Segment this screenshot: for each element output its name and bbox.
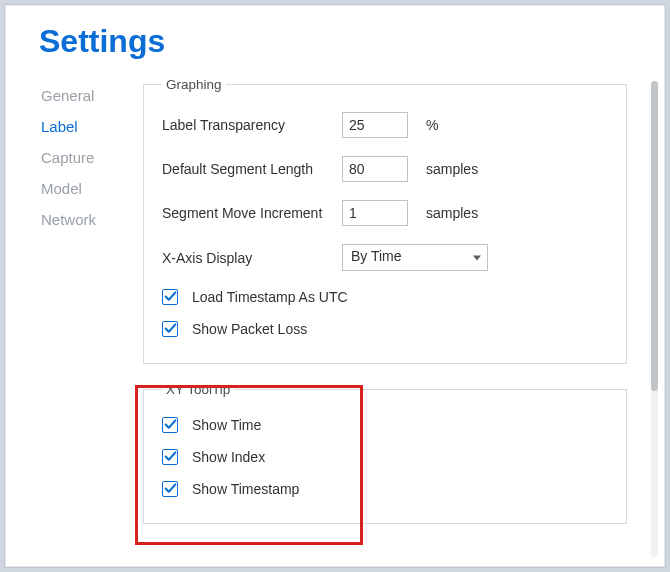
default-segment-length-unit: samples bbox=[426, 161, 478, 177]
check-icon bbox=[164, 322, 177, 335]
settings-content: Graphing Label Transparency % Default Se… bbox=[143, 77, 627, 561]
settings-sidebar: General Label Capture Model Network bbox=[41, 87, 131, 242]
row-show-packet-loss: Show Packet Loss bbox=[162, 321, 608, 337]
row-segment-move-increment: Segment Move Increment samples bbox=[162, 200, 608, 226]
load-timestamp-utc-checkbox[interactable] bbox=[162, 289, 178, 305]
show-time-checkbox[interactable] bbox=[162, 417, 178, 433]
row-load-timestamp-utc: Load Timestamp As UTC bbox=[162, 289, 608, 305]
label-transparency-input[interactable] bbox=[342, 112, 408, 138]
check-icon bbox=[164, 482, 177, 495]
label-transparency-unit: % bbox=[426, 117, 438, 133]
load-timestamp-utc-label: Load Timestamp As UTC bbox=[192, 289, 348, 305]
x-axis-display-select[interactable]: By Time bbox=[342, 244, 488, 271]
segment-move-increment-unit: samples bbox=[426, 205, 478, 221]
show-packet-loss-checkbox[interactable] bbox=[162, 321, 178, 337]
page-title: Settings bbox=[39, 23, 165, 60]
scrollbar-thumb[interactable] bbox=[651, 81, 658, 391]
row-label-transparency: Label Transparency % bbox=[162, 112, 608, 138]
check-icon bbox=[164, 450, 177, 463]
show-time-label: Show Time bbox=[192, 417, 261, 433]
show-timestamp-checkbox[interactable] bbox=[162, 481, 178, 497]
sidebar-item-model[interactable]: Model bbox=[41, 180, 131, 197]
x-axis-display-label: X-Axis Display bbox=[162, 250, 342, 266]
check-icon bbox=[164, 418, 177, 431]
row-x-axis-display: X-Axis Display By Time bbox=[162, 244, 608, 271]
settings-window: Settings General Label Capture Model Net… bbox=[4, 4, 666, 568]
segment-move-increment-label: Segment Move Increment bbox=[162, 205, 342, 221]
chevron-down-icon bbox=[473, 255, 481, 260]
graphing-group: Graphing Label Transparency % Default Se… bbox=[143, 77, 627, 364]
check-icon bbox=[164, 290, 177, 303]
sidebar-item-label[interactable]: Label bbox=[41, 118, 131, 135]
show-timestamp-label: Show Timestamp bbox=[192, 481, 299, 497]
show-index-checkbox[interactable] bbox=[162, 449, 178, 465]
sidebar-item-network[interactable]: Network bbox=[41, 211, 131, 228]
default-segment-length-label: Default Segment Length bbox=[162, 161, 342, 177]
show-index-label: Show Index bbox=[192, 449, 265, 465]
default-segment-length-input[interactable] bbox=[342, 156, 408, 182]
row-default-segment-length: Default Segment Length samples bbox=[162, 156, 608, 182]
sidebar-item-capture[interactable]: Capture bbox=[41, 149, 131, 166]
show-packet-loss-label: Show Packet Loss bbox=[192, 321, 307, 337]
segment-move-increment-input[interactable] bbox=[342, 200, 408, 226]
xy-tooltip-group: XY ToolTip Show Time Show Index Show Tim… bbox=[143, 382, 627, 524]
sidebar-item-general[interactable]: General bbox=[41, 87, 131, 104]
row-show-timestamp: Show Timestamp bbox=[162, 481, 608, 497]
xy-tooltip-legend: XY ToolTip bbox=[162, 382, 234, 397]
row-show-index: Show Index bbox=[162, 449, 608, 465]
graphing-legend: Graphing bbox=[162, 77, 226, 92]
x-axis-display-value: By Time bbox=[351, 248, 402, 264]
row-show-time: Show Time bbox=[162, 417, 608, 433]
label-transparency-label: Label Transparency bbox=[162, 117, 342, 133]
scrollbar-track[interactable] bbox=[651, 81, 658, 557]
